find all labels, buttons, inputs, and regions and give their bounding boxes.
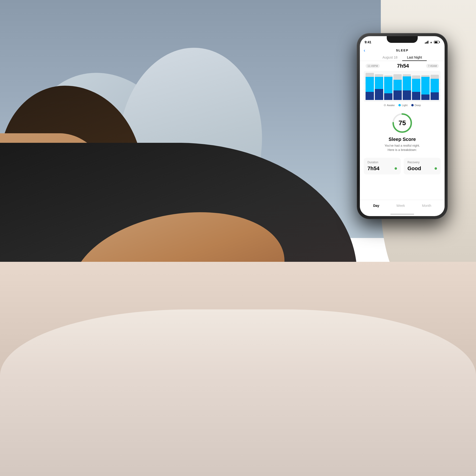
bar-awake <box>393 74 402 80</box>
score-number: 75 <box>398 119 406 127</box>
bar-light <box>375 77 383 89</box>
duration-value-row: 7h54 <box>368 165 397 171</box>
light-label: Light <box>402 104 408 107</box>
bar-awake <box>430 75 439 79</box>
bar-light <box>393 80 402 91</box>
chart-bar-group <box>384 73 392 100</box>
chart-bar-group <box>403 73 411 100</box>
date-tabs: August 18 Last Night <box>360 54 444 61</box>
tab-month[interactable]: Month <box>419 203 434 208</box>
spacer <box>360 178 444 200</box>
bar-awake <box>403 74 411 76</box>
phone-screen: 9:41 ▲ <box>360 36 444 216</box>
bar-deep <box>421 95 430 100</box>
duration-dot <box>395 167 397 170</box>
chart-bar-group <box>412 73 420 100</box>
legend-deep: Deep <box>411 104 421 107</box>
phone: 9:41 ▲ <box>357 33 447 219</box>
metric-duration: Duration 7h54 <box>364 158 401 174</box>
recovery-value: Good <box>408 165 421 171</box>
tab-august18[interactable]: August 18 <box>378 54 402 61</box>
wifi-icon: ▲ <box>430 41 432 44</box>
status-icons: ▲ <box>425 41 440 44</box>
score-desc: You've had a restful night.Here is a bre… <box>385 143 420 152</box>
bar-deep <box>403 90 411 100</box>
bar-awake <box>412 75 420 79</box>
awake-dot <box>384 104 386 106</box>
duration-value: 7h54 <box>368 165 379 171</box>
time-duration: 7h54 <box>397 63 409 69</box>
recovery-label: Recovery <box>408 161 437 164</box>
home-bar <box>390 214 414 215</box>
nav-title: SLEEP <box>396 49 409 52</box>
bottom-tabs: Day Week Month <box>360 200 444 212</box>
bar-deep <box>375 89 383 100</box>
chart-legend: Awake Light Deep <box>360 102 444 108</box>
legend-light: Light <box>398 104 408 107</box>
bar-light <box>412 79 420 92</box>
bar-awake <box>366 73 374 77</box>
bar-deep <box>430 92 439 100</box>
tab-lastnight[interactable]: Last Night <box>402 54 427 61</box>
sleep-chart <box>364 71 441 102</box>
tab-day[interactable]: Day <box>370 203 382 208</box>
bar-light <box>403 76 411 90</box>
bar-light <box>366 77 374 92</box>
bar-light <box>421 77 430 95</box>
nav-bar: ‹ SLEEP <box>360 47 444 54</box>
bar-awake <box>375 74 383 77</box>
chart-bar-group <box>421 73 430 100</box>
status-time: 9:41 <box>365 40 371 44</box>
signal-icon <box>425 41 428 44</box>
recovery-dot <box>435 167 437 170</box>
chart-bar-group <box>430 73 439 100</box>
bar-awake <box>421 75 430 77</box>
recovery-value-row: Good <box>408 165 437 171</box>
deep-label: Deep <box>415 104 421 107</box>
awake-label: Awake <box>387 104 395 107</box>
time-range: 11:49PM 7h54 7:45AM <box>360 61 444 71</box>
deep-dot <box>411 104 414 106</box>
phone-outer: 9:41 ▲ <box>357 33 447 219</box>
bar-deep <box>366 92 374 100</box>
light-dot <box>398 104 401 106</box>
phone-notch <box>387 36 418 43</box>
back-button[interactable]: ‹ <box>364 48 365 53</box>
metric-recovery: Recovery Good <box>404 158 441 174</box>
time-end: 7:45AM <box>426 64 439 68</box>
home-indicator <box>360 212 444 216</box>
legend-awake: Awake <box>384 104 395 107</box>
chart-bar-group <box>375 73 383 100</box>
bar-deep <box>393 90 402 100</box>
bg-blanket <box>0 309 476 476</box>
duration-label: Duration <box>368 161 397 164</box>
metrics-row: Duration 7h54 Recovery Good <box>360 158 444 174</box>
chart-bars <box>366 73 439 100</box>
battery-icon <box>434 41 440 44</box>
chart-bar-group <box>366 73 374 100</box>
score-title: Sleep Score <box>389 136 416 142</box>
score-circle: 75 <box>391 112 413 134</box>
chart-bar-group <box>393 73 402 100</box>
bar-light <box>430 79 439 92</box>
sleep-score-section: 75 Sleep Score You've had a restful nigh… <box>360 108 444 158</box>
bar-deep <box>412 92 420 100</box>
bar-light <box>384 77 392 93</box>
tab-week[interactable]: Week <box>394 203 408 208</box>
time-start: 11:49PM <box>366 64 380 68</box>
bar-deep <box>384 93 392 100</box>
